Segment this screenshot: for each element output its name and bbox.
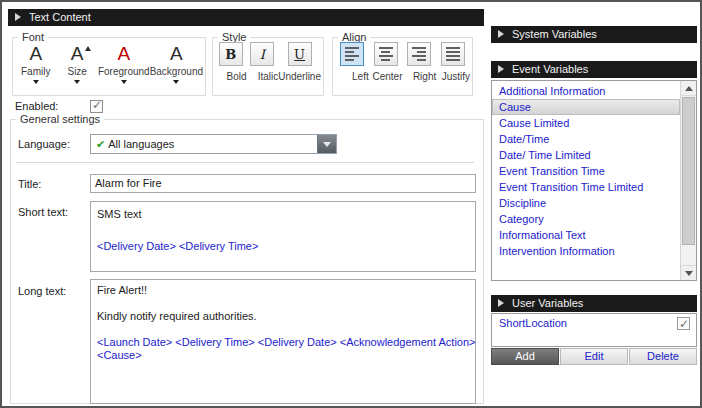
underline-label: Underline — [278, 71, 321, 82]
font-background-button[interactable]: A Background — [150, 42, 203, 93]
user-variables-title: User Variables — [512, 297, 583, 309]
blank-line — [97, 297, 469, 310]
italic-label: Italic — [258, 71, 279, 82]
user-variable-label: ShortLocation — [499, 317, 567, 329]
user-variables-list: ShortLocation — [491, 313, 697, 347]
font-family-dropdown-icon[interactable] — [33, 80, 39, 84]
long-text-variable-line: <Cause> — [97, 349, 469, 362]
title-input[interactable]: Alarm for Fire — [90, 174, 476, 193]
scrollbar-thumb[interactable] — [682, 97, 695, 245]
align-center-button[interactable]: Center — [369, 42, 403, 93]
event-variables-title: Event Variables — [512, 63, 588, 75]
enabled-label: Enabled: — [15, 100, 58, 112]
text-content-header[interactable]: Text Content — [8, 9, 484, 26]
list-item[interactable]: Event Transition Time Limited — [492, 179, 680, 195]
list-item[interactable]: Informational Text — [492, 227, 680, 243]
long-text-line: Kindly notify required authorities. — [97, 310, 469, 323]
expander-icon — [498, 299, 504, 307]
font-foreground-label: Foreground — [98, 66, 150, 77]
list-item[interactable]: Date/ Time Limited — [492, 147, 680, 163]
bold-icon: B — [225, 47, 236, 62]
long-text-line: Fire Alert!! — [97, 284, 469, 297]
font-size-icon: A — [71, 42, 84, 66]
align-left-label: Left — [352, 71, 369, 82]
user-variables-header[interactable]: User Variables — [491, 295, 697, 312]
event-variables-list: Additional Information Cause Cause Limit… — [491, 80, 697, 281]
align-center-label: Center — [372, 71, 402, 82]
font-background-dropdown-icon[interactable] — [173, 80, 179, 84]
delete-button[interactable]: Delete — [629, 348, 697, 365]
font-size-label: Size — [67, 66, 86, 77]
short-text-line: SMS text — [97, 206, 469, 222]
list-item[interactable]: Cause Limited — [492, 115, 680, 131]
scroll-up-icon[interactable] — [681, 81, 696, 96]
user-variables-actions: Add Edit Delete — [491, 348, 697, 365]
text-content-header-title: Text Content — [29, 11, 91, 23]
underline-button[interactable]: U Underline — [278, 42, 321, 93]
underline-icon: U — [294, 47, 305, 62]
scroll-down-icon[interactable] — [681, 265, 696, 280]
font-size-button[interactable]: A Size — [56, 42, 97, 93]
style-group: Style B Bold I Italic U Underline — [212, 37, 324, 96]
font-family-icon: A — [29, 42, 42, 66]
short-text-label: Short text: — [18, 206, 68, 218]
add-button[interactable]: Add — [491, 348, 559, 365]
general-settings-label: General settings — [16, 113, 104, 125]
italic-button[interactable]: I Italic — [247, 42, 279, 93]
language-value: ✔All languages — [96, 135, 174, 153]
language-dropdown-arrow-icon[interactable] — [317, 135, 336, 153]
font-background-label: Background — [150, 66, 203, 77]
list-item[interactable]: ShortLocation — [492, 314, 696, 332]
bold-button[interactable]: B Bold — [215, 42, 247, 93]
align-right-label: Right — [413, 71, 436, 82]
event-variables-header[interactable]: Event Variables — [491, 61, 697, 78]
long-text-label: Long text: — [18, 285, 66, 297]
align-center-icon — [379, 47, 393, 61]
list-item[interactable]: Category — [492, 211, 680, 227]
align-group: Align Left Center Right Justify — [332, 37, 473, 96]
align-justify-button[interactable]: Justify — [436, 42, 470, 93]
font-foreground-dropdown-icon[interactable] — [121, 80, 127, 84]
system-variables-title: System Variables — [512, 28, 597, 40]
align-justify-label: Justify — [442, 71, 470, 82]
font-foreground-button[interactable]: A Foreground — [98, 42, 150, 93]
user-variable-checkbox[interactable] — [677, 317, 690, 330]
expander-icon — [498, 65, 504, 73]
list-item-selected[interactable]: Cause — [492, 99, 680, 115]
system-variables-header[interactable]: System Variables — [491, 26, 697, 43]
long-text-input[interactable]: Fire Alert!! Kindly notify required auth… — [90, 279, 476, 404]
font-family-button[interactable]: A Family — [15, 42, 56, 93]
font-background-icon: A — [170, 42, 183, 66]
list-item[interactable]: Additional Information — [492, 83, 680, 99]
separator — [16, 162, 474, 163]
expander-icon — [15, 13, 21, 21]
list-item[interactable]: Event Transition Time — [492, 163, 680, 179]
list-item[interactable]: Intervention Information — [492, 243, 680, 259]
language-dropdown[interactable]: ✔All languages — [90, 134, 337, 154]
align-right-button[interactable]: Right — [403, 42, 437, 93]
blank-line — [97, 222, 469, 238]
italic-icon: I — [260, 47, 265, 62]
enabled-checkbox[interactable] — [90, 100, 103, 113]
expander-icon — [498, 30, 504, 38]
edit-button[interactable]: Edit — [560, 348, 628, 365]
short-text-input[interactable]: SMS text <Delivery Date> <Delivery Time> — [90, 201, 476, 272]
align-right-icon — [412, 47, 426, 61]
font-foreground-icon: A — [117, 42, 130, 66]
title-label: Title: — [18, 178, 41, 190]
blank-line — [97, 323, 469, 336]
align-left-icon — [345, 47, 359, 61]
font-size-dropdown-icon[interactable] — [74, 80, 80, 84]
check-icon: ✔ — [96, 138, 105, 150]
long-text-variable-line: <Launch Date> <Delivery Time> <Delivery … — [97, 336, 469, 349]
scrollbar[interactable] — [680, 81, 696, 280]
list-item[interactable]: Discipline — [492, 195, 680, 211]
align-left-button[interactable]: Left — [335, 42, 369, 93]
list-item[interactable]: Date/Time — [492, 131, 680, 147]
font-group: Font A Family A Size A Foreground A Back… — [12, 37, 206, 96]
bold-label: Bold — [227, 71, 247, 82]
text-content-panel: Text Content Font A Family A Size A Fore… — [0, 0, 702, 408]
language-label: Language: — [18, 138, 70, 150]
short-text-variable-line: <Delivery Date> <Delivery Time> — [97, 238, 469, 254]
align-justify-icon — [446, 47, 460, 61]
